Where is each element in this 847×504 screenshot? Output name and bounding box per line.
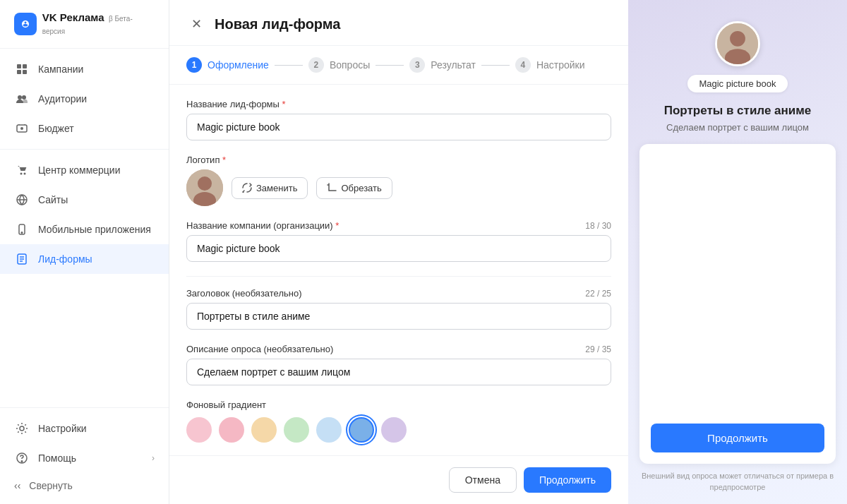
preview-title: Портреты в стиле аниме xyxy=(664,104,812,118)
sidebar-item-mobile[interactable]: Мобильные приложения xyxy=(0,215,169,244)
form-heading-label: Заголовок (необязательно) 22 / 25 xyxy=(186,288,611,299)
help-arrow-icon: › xyxy=(152,453,155,463)
step-1-num: 1 xyxy=(186,57,202,73)
sidebar-item-lead-forms[interactable]: Лид-формы xyxy=(0,244,169,274)
form-heading-label-text: Заголовок (необязательно) xyxy=(186,288,302,299)
sidebar-collapse-btn[interactable]: ‹‹ Свернуть xyxy=(0,473,169,498)
svg-rect-3 xyxy=(17,70,21,74)
company-name-input[interactable] xyxy=(186,235,611,262)
svg-point-17 xyxy=(21,461,23,462)
sidebar-logo: VK Реклама β Бета-версия xyxy=(0,0,169,49)
sidebar-item-sites[interactable]: Сайты xyxy=(0,185,169,215)
sidebar-item-label: Помощь xyxy=(38,452,76,464)
step-2-num: 2 xyxy=(308,57,324,73)
new-lead-form-modal: ✕ Новая лид-форма 1 Оформление 2 Вопросы… xyxy=(169,0,628,504)
form-separator xyxy=(186,276,611,277)
form-description-label-text: Описание опроса (необязательно) xyxy=(186,344,333,354)
modal-overlay: ✕ Новая лид-форма 1 Оформление 2 Вопросы… xyxy=(169,0,847,504)
campaigns-icon xyxy=(14,61,30,77)
main-content: Создать лид-ф... ✕ Новая лид-форма 1 Офо… xyxy=(169,0,847,504)
logo-replace-button[interactable]: Заменить xyxy=(232,177,308,199)
sidebar-item-campaigns[interactable]: Кампании xyxy=(0,54,169,84)
sidebar-item-label: Настройки xyxy=(38,423,87,434)
form-name-group: Название лид-формы * xyxy=(186,99,611,140)
svg-point-8 xyxy=(20,127,23,130)
gradient-option-lavender[interactable] xyxy=(381,417,407,443)
sidebar-divider xyxy=(0,149,169,150)
svg-point-6 xyxy=(22,95,26,100)
preview-avatar xyxy=(715,21,760,66)
heading-input[interactable] xyxy=(186,303,611,330)
step-divider-1 xyxy=(275,65,303,66)
mobile-icon xyxy=(14,222,30,237)
gradient-option-rose[interactable] xyxy=(219,417,244,443)
collapse-icon: ‹‹ xyxy=(14,480,20,491)
form-company-label-text: Название компании (организации) * xyxy=(186,220,339,231)
step-divider-2 xyxy=(376,65,404,66)
svg-rect-0 xyxy=(18,17,32,31)
collapse-label: Свернуть xyxy=(29,480,72,491)
sidebar-item-commerce[interactable]: Центр коммерции xyxy=(0,155,169,185)
preview-continue-button[interactable]: Продолжить xyxy=(651,424,824,452)
step-2-voprosy[interactable]: 2 Вопросы xyxy=(308,57,370,73)
step-4-nastroyki[interactable]: 4 Настройки xyxy=(515,57,585,73)
gradient-label: Фоновый градиент xyxy=(186,400,611,410)
step-3-num: 3 xyxy=(409,57,425,73)
preview-note: Внешний вид опроса может отличаться от п… xyxy=(639,471,836,493)
svg-point-23 xyxy=(725,49,750,66)
form-name-input[interactable] xyxy=(186,114,611,140)
svg-point-15 xyxy=(20,426,24,431)
sidebar-item-label: Аудитории xyxy=(38,93,87,104)
svg-rect-1 xyxy=(17,64,21,68)
sidebar-item-label: Кампании xyxy=(38,64,83,75)
sidebar-bottom: Настройки Помощь › ‹‹ Свернуть xyxy=(0,407,169,504)
form-gradient-group: Фоновый градиент xyxy=(186,400,611,443)
logo-crop-label: Обрезать xyxy=(341,183,381,193)
svg-point-13 xyxy=(21,232,23,234)
gradient-option-peach[interactable] xyxy=(251,417,277,443)
form-logo-group: Логотип * Замени xyxy=(186,155,611,206)
sidebar-item-audiences[interactable]: Аудитории xyxy=(0,84,169,114)
sidebar-item-budget[interactable]: Бюджет xyxy=(0,114,169,143)
form-description-counter: 29 / 35 xyxy=(585,344,611,354)
modal-title: Новая лид-форма xyxy=(215,16,340,32)
description-input[interactable] xyxy=(186,359,611,385)
svg-point-22 xyxy=(730,31,745,47)
settings-icon xyxy=(14,421,30,436)
logo-replace-label: Заменить xyxy=(256,183,297,193)
form-heading-counter: 22 / 25 xyxy=(585,289,611,299)
sidebar-item-label: Центр коммерции xyxy=(38,164,121,176)
form-company-counter: 18 / 30 xyxy=(585,221,611,231)
step-2-label: Вопросы xyxy=(330,59,370,71)
lead-forms-icon xyxy=(14,251,30,267)
preview-subtitle: Сделаем портрет с вашим лицом xyxy=(666,122,809,133)
logo-preview xyxy=(186,169,223,206)
sidebar-item-label: Сайты xyxy=(38,194,68,205)
svg-point-19 xyxy=(198,176,212,191)
submit-button[interactable]: Продолжить xyxy=(524,467,611,493)
modal-form-body: Название лид-формы * Логотип * xyxy=(169,85,628,455)
cancel-button[interactable]: Отмена xyxy=(449,467,517,493)
sites-icon xyxy=(14,192,30,208)
svg-point-9 xyxy=(20,173,23,175)
step-3-label: Результат xyxy=(431,59,476,71)
logo-crop-button[interactable]: Обрезать xyxy=(316,177,392,199)
step-3-rezultat[interactable]: 3 Результат xyxy=(409,57,476,73)
gradient-option-sky[interactable] xyxy=(316,417,342,443)
form-company-group: Название компании (организации) * 18 / 3… xyxy=(186,220,611,262)
modal-close-button[interactable]: ✕ xyxy=(186,14,206,34)
audiences-icon xyxy=(14,91,30,107)
sidebar-item-help[interactable]: Помощь › xyxy=(0,443,169,473)
svg-point-10 xyxy=(24,173,26,175)
vk-logo-icon xyxy=(14,13,37,35)
sidebar-item-settings[interactable]: Настройки xyxy=(0,414,169,443)
gradient-option-blue[interactable] xyxy=(349,417,374,443)
form-logo-label-text: Логотип * xyxy=(186,155,226,165)
form-description-group: Описание опроса (необязательно) 29 / 35 xyxy=(186,344,611,385)
sidebar-item-label: Бюджет xyxy=(38,123,74,134)
gradient-options xyxy=(186,417,611,443)
gradient-option-pink[interactable] xyxy=(186,417,212,443)
step-1-oformlenie[interactable]: 1 Оформление xyxy=(186,57,269,73)
sidebar: VK Реклама β Бета-версия Кампании Аудито… xyxy=(0,0,169,504)
gradient-option-mint[interactable] xyxy=(284,417,309,443)
